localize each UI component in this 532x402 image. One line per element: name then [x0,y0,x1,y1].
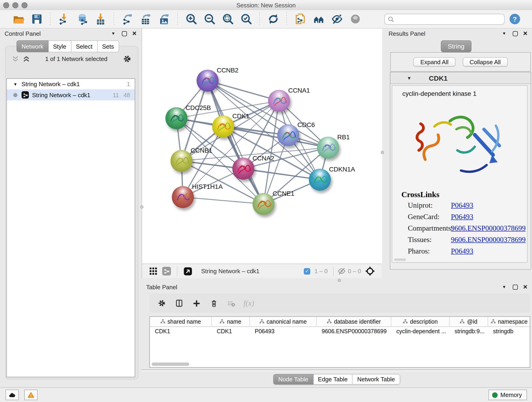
birdseye-view-button[interactable] [364,265,376,277]
results-horizontal-scrollbar[interactable] [394,259,406,261]
export-network-button[interactable] [120,12,135,26]
column-header-canonical-name[interactable]: canonical name [250,317,317,326]
apply-layout-button[interactable] [266,12,280,26]
network-node-CDK1[interactable] [212,115,234,138]
network-options-gear-icon[interactable] [123,54,132,63]
import-network-button[interactable] [56,12,71,26]
network-list-view-button[interactable] [161,266,172,276]
zoom-out-button[interactable] [202,12,217,26]
search-field[interactable] [385,13,505,25]
table-row[interactable]: CDK1CDK1P064939606.ENSP00000378699cyclin… [150,327,530,337]
network-node-RB1[interactable] [317,137,339,159]
panel-float-button[interactable]: ▼ [111,31,115,36]
entry-caret-icon[interactable]: ▼ [407,75,412,80]
export-image-button[interactable] [157,12,171,26]
network-overview-button[interactable] [311,12,326,26]
crosslink-tissues-link[interactable]: 9606.ENSP00000378699 [451,236,526,244]
table-cell[interactable]: CDK1 [212,327,250,337]
column-header-description[interactable]: description [391,317,450,326]
warnings-button[interactable] [24,390,38,400]
network-row-selected[interactable]: String Network – cdk1 11 48 [7,89,135,100]
crosslink-genecard-link[interactable]: P06493 [451,213,473,221]
import-table-button[interactable] [93,12,108,26]
panel-maximize-icon[interactable] [122,31,127,36]
search-input[interactable] [394,15,501,23]
collapse-all-networks-icon[interactable] [23,56,30,62]
tab-node-table[interactable]: Node Table [273,374,313,385]
tab-sets[interactable]: Sets [97,40,119,52]
column-header-name[interactable]: name [212,317,250,326]
expand-all-networks-icon[interactable] [12,56,19,62]
tab-edge-table[interactable]: Edge Table [313,374,353,385]
cloud-status-button[interactable] [6,390,19,400]
network-edge[interactable] [208,81,328,148]
show-eye-button[interactable] [348,12,362,26]
panel-maximize-icon[interactable] [513,31,518,36]
delete-columns-button[interactable] [207,296,221,310]
hide-unhide-button[interactable] [329,12,344,26]
save-session-button[interactable] [29,12,44,26]
show-columns-button[interactable] [172,296,186,310]
table-cell[interactable]: CDK1 [150,327,212,337]
selected-checkbox-icon[interactable]: ✓ [304,268,310,274]
help-button[interactable]: ? [510,14,520,24]
column-header-database-identifier[interactable]: database identifier [317,317,391,326]
tab-style[interactable]: Style [48,40,71,52]
panel-close-button[interactable]: × [132,30,137,37]
network-node-HIST1H1A[interactable] [172,186,194,208]
grid-view-button[interactable] [148,266,158,276]
network-node-CDC6[interactable] [277,124,299,146]
splitter-handle[interactable] [338,279,341,282]
horizontal-splitter[interactable] [142,278,382,282]
crosslink-pharos-link[interactable]: P06493 [451,247,473,255]
column-header-shared-name[interactable]: shared name [150,317,212,326]
table-options-button[interactable] [155,296,169,310]
network-node-CCNB2[interactable] [196,70,219,92]
table-cell[interactable]: cyclin-dependent ... [391,327,450,337]
zoom-in-button[interactable] [184,12,198,26]
export-table-button[interactable] [138,12,153,26]
table-cell[interactable]: 9606.ENSP00000378699 [317,327,391,337]
toolbar-separator [114,12,114,26]
network-node-CCNA1[interactable] [268,90,290,112]
collapse-all-button[interactable]: Collapse All [463,57,508,66]
annotation-button[interactable] [293,12,307,26]
right-splitter-handle[interactable] [381,151,384,154]
tab-string[interactable]: String [441,40,471,52]
network-node-CCNA2[interactable] [232,158,254,180]
zoom-fit-button[interactable] [220,12,235,26]
column-header--id[interactable]: @id [450,317,488,326]
network-canvas[interactable]: CCNB2CCNA1CDC25BCDK1CDC6RB1CCNB1CCNA2CDK… [142,28,382,264]
network-edge[interactable] [243,169,320,180]
left-splitter-handle[interactable] [140,205,143,209]
detach-view-button[interactable] [182,266,193,277]
import-network-from-database-button[interactable] [75,12,89,26]
zoom-selected-button[interactable] [239,12,253,26]
tree-caret-icon[interactable]: ▼ [13,82,17,86]
table-cell[interactable]: stringdb [488,327,530,337]
network-collection-row[interactable]: ▼ String Network – cdk1 1 [7,79,135,89]
open-session-button[interactable] [11,12,26,26]
panel-close-button[interactable]: × [523,283,527,291]
panel-float-button[interactable]: ▼ [502,285,506,289]
tab-network-table[interactable]: Network Table [352,374,400,385]
network-node-CDC25B[interactable] [165,107,187,129]
tab-network[interactable]: Network [17,40,48,52]
table-cell[interactable]: P06493 [250,327,317,337]
crosslink-uniprot-link[interactable]: P06493 [451,201,473,210]
network-node-CCNB1[interactable] [171,150,192,172]
gene-entry-header[interactable]: ▼ CDK1 [390,72,531,84]
network-node-CCNE1[interactable] [253,193,274,215]
tab-select[interactable]: Select [71,40,97,52]
create-column-button[interactable] [190,296,203,310]
panel-float-button[interactable]: ▼ [502,31,506,36]
table-horizontal-scrollbar[interactable] [152,363,189,366]
expand-all-button[interactable]: Expand All [413,57,456,66]
crosslink-compartments-link[interactable]: 9606.ENSP00000378699 [451,224,526,232]
panel-maximize-icon[interactable] [513,284,518,289]
panel-close-button[interactable]: × [523,30,527,37]
network-node-CDKN1A[interactable] [309,169,331,191]
table-cell[interactable]: stringdb:9... [450,327,488,337]
column-header-namespace[interactable]: namespace [488,317,530,326]
memory-button[interactable]: Memory [488,390,527,400]
